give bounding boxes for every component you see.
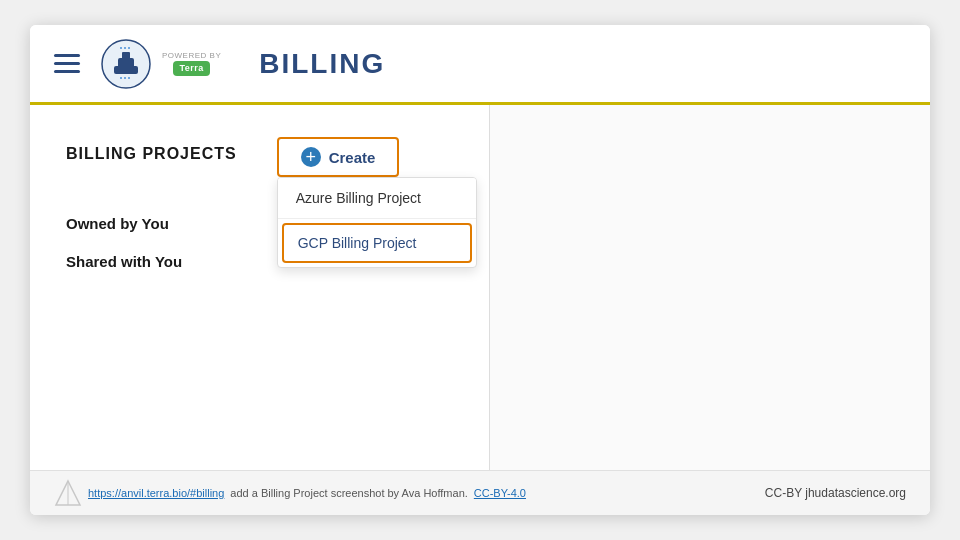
hamburger-menu-icon[interactable] [54, 54, 80, 73]
footer: https://anvil.terra.bio/#billing add a B… [30, 470, 930, 515]
billing-projects-header: BILLING PROJECTS + Create Azure Billing … [66, 137, 453, 177]
powered-by-terra: POWERED BY Terra [162, 51, 221, 76]
terra-badge: Terra [173, 61, 209, 76]
footer-left: https://anvil.terra.bio/#billing add a B… [54, 479, 526, 507]
footer-logo [54, 479, 82, 507]
left-panel: BILLING PROJECTS + Create Azure Billing … [30, 105, 490, 470]
right-panel [490, 105, 930, 470]
footer-link[interactable]: https://anvil.terra.bio/#billing [88, 487, 224, 499]
shared-with-you-label: Shared with You [66, 253, 182, 270]
footer-right: CC-BY jhudatascience.org [765, 486, 906, 500]
create-button-label: Create [329, 149, 376, 166]
logo-area: POWERED BY Terra [100, 38, 223, 90]
create-btn-container: + Create Azure Billing Project GCP Billi… [277, 137, 400, 177]
browser-window: POWERED BY Terra BILLING BILLING PROJECT… [30, 25, 930, 515]
powered-by-label: POWERED BY [162, 51, 221, 61]
create-button[interactable]: + Create [277, 137, 400, 177]
billing-projects-title: BILLING PROJECTS [66, 137, 237, 163]
gcp-billing-project-option[interactable]: GCP Billing Project [282, 223, 472, 263]
footer-description: add a Billing Project screenshot by Ava … [230, 487, 467, 499]
plus-icon: + [301, 147, 321, 167]
anvil-logo [100, 38, 152, 90]
azure-billing-project-option[interactable]: Azure Billing Project [278, 178, 476, 219]
main-content: BILLING PROJECTS + Create Azure Billing … [30, 105, 930, 470]
header-title: BILLING [259, 48, 385, 80]
header: POWERED BY Terra BILLING [30, 25, 930, 105]
footer-cc-link[interactable]: CC-BY-4.0 [474, 487, 526, 499]
create-dropdown-menu: Azure Billing Project GCP Billing Projec… [277, 177, 477, 268]
svg-rect-3 [122, 52, 130, 60]
owned-by-you-label: Owned by You [66, 215, 169, 232]
